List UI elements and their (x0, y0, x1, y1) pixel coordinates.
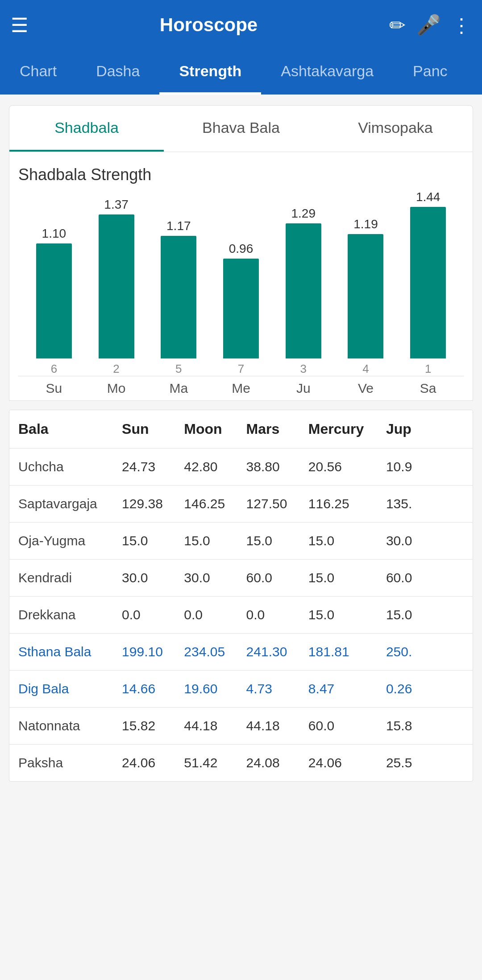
table-cell: 24.73 (122, 459, 184, 474)
table-cell: 0.0 (122, 607, 184, 622)
x-axis: SuMoMaMeJuVeSa (18, 376, 464, 396)
table-cell: 30.0 (184, 570, 246, 585)
bar-group-me: 0.96 7 (210, 242, 272, 376)
table-row: Paksha24.0651.4224.0824.0625.5 (9, 744, 473, 781)
bar-value: 1.10 (42, 226, 66, 241)
table-cell: 42.80 (184, 459, 246, 474)
table-cell: 10.9 (386, 459, 464, 474)
table-cell: 0.0 (184, 607, 246, 622)
chart-card: Shadbala Strength 1.10 6 1.37 2 1.17 5 0… (9, 152, 473, 401)
table-cell: 241.30 (246, 644, 308, 659)
table-cell: 234.05 (184, 644, 246, 659)
header-cell-mercury: Mercury (308, 421, 386, 437)
bar-rect (410, 207, 446, 358)
table-cell: 60.0 (386, 570, 464, 585)
bar-group-ju: 1.29 3 (272, 206, 335, 376)
sub-tab-shadbala[interactable]: Shadbala (9, 106, 164, 152)
table-cell: 24.06 (122, 755, 184, 770)
table-card: BalaSunMoonMarsMercuryJup Uchcha24.7342.… (9, 410, 473, 782)
table-cell: 116.25 (308, 496, 386, 511)
tab-panc[interactable]: Panc (393, 50, 467, 95)
table-cell: 24.06 (308, 755, 386, 770)
table-header: BalaSunMoonMarsMercuryJup (9, 410, 473, 448)
bar-value: 1.19 (353, 217, 378, 231)
bar-rect (286, 223, 321, 358)
table-cell: 44.18 (184, 718, 246, 733)
bar-rect (99, 214, 134, 358)
menu-icon[interactable]: ☰ (11, 14, 28, 37)
table-cell: Kendradi (18, 570, 122, 585)
x-label-ve: Ve (335, 381, 397, 396)
header-cell-bala: Bala (18, 421, 122, 437)
bar-rank: 3 (300, 362, 307, 376)
app-title: Horoscope (39, 14, 378, 36)
table-row: Natonnata15.8244.1844.1860.015.8 (9, 707, 473, 744)
bar-group-su: 1.10 6 (23, 226, 85, 376)
x-label-ma: Ma (147, 381, 210, 396)
bar-rank: 7 (238, 362, 244, 376)
header-cell-moon: Moon (184, 421, 246, 437)
table-cell: 0.26 (386, 681, 464, 696)
table-cell: Oja-Yugma (18, 533, 122, 548)
table-cell: 15.82 (122, 718, 184, 733)
table-cell: 19.60 (184, 681, 246, 696)
tab-dasha[interactable]: Dasha (76, 50, 159, 95)
table-cell: 15.0 (184, 533, 246, 548)
table-cell: 51.42 (184, 755, 246, 770)
table-cell: 127.50 (246, 496, 308, 511)
x-label-su: Su (23, 381, 85, 396)
x-label-ju: Ju (272, 381, 335, 396)
table-cell: Paksha (18, 755, 122, 770)
x-label-me: Me (210, 381, 272, 396)
sub-tab-bar: Shadbala Bhava Bala Vimsopaka (9, 105, 473, 152)
bar-rank: 5 (175, 362, 182, 376)
table-cell: 15.0 (386, 607, 464, 622)
bar-rect (223, 259, 259, 358)
bar-rank: 2 (113, 362, 119, 376)
bar-value: 0.96 (229, 242, 253, 256)
table-cell: 135. (386, 496, 464, 511)
x-label-mo: Mo (85, 381, 148, 396)
tab-chart[interactable]: Chart (0, 50, 76, 95)
table-cell: 199.10 (122, 644, 184, 659)
bar-rect (161, 236, 196, 358)
x-label-sa: Sa (397, 381, 459, 396)
table-cell: Saptavargaja (18, 496, 122, 511)
edit-icon[interactable]: ✏ (389, 14, 406, 37)
table-cell: Uchcha (18, 459, 122, 474)
table-cell: 0.0 (246, 607, 308, 622)
content-area: Shadbala Bhava Bala Vimsopaka Shadbala S… (0, 95, 482, 792)
table-cell: 15.0 (308, 533, 386, 548)
table-cell: Natonnata (18, 718, 122, 733)
sub-tab-bhava-bala[interactable]: Bhava Bala (164, 106, 318, 152)
chart-title: Shadbala Strength (18, 165, 464, 184)
table-cell: 38.80 (246, 459, 308, 474)
sub-tab-vimsopaka[interactable]: Vimsopaka (318, 106, 473, 152)
table-cell: 129.38 (122, 496, 184, 511)
table-cell: 24.08 (246, 755, 308, 770)
table-cell: 181.81 (308, 644, 386, 659)
bar-rank: 1 (425, 362, 431, 376)
table-cell: 44.18 (246, 718, 308, 733)
tab-strength[interactable]: Strength (159, 50, 261, 95)
mic-icon[interactable]: 🎤 (416, 13, 441, 37)
table-cell: 15.0 (122, 533, 184, 548)
table-body: Uchcha24.7342.8038.8020.5610.9Saptavarga… (9, 448, 473, 781)
more-icon[interactable]: ⋮ (452, 14, 471, 37)
table-cell: 15.0 (246, 533, 308, 548)
bar-value: 1.29 (291, 206, 316, 221)
table-cell: Dig Bala (18, 681, 122, 696)
table-cell: 8.47 (308, 681, 386, 696)
table-row: Kendradi30.030.060.015.060.0 (9, 559, 473, 596)
tab-ashtakavarga[interactable]: Ashtakavarga (261, 50, 393, 95)
table-row: Sthana Bala199.10234.05241.30181.81250. (9, 633, 473, 670)
table-row: Uchcha24.7342.8038.8020.5610.9 (9, 448, 473, 485)
bar-group-ve: 1.19 4 (335, 217, 397, 376)
table-cell: 60.0 (246, 570, 308, 585)
bar-value: 1.44 (416, 190, 440, 204)
table-cell: 30.0 (386, 533, 464, 548)
table-row: Saptavargaja129.38146.25127.50116.25135. (9, 485, 473, 522)
bar-rank: 4 (362, 362, 369, 376)
bar-value: 1.37 (104, 198, 129, 212)
table-row: Dig Bala14.6619.604.738.470.26 (9, 670, 473, 707)
